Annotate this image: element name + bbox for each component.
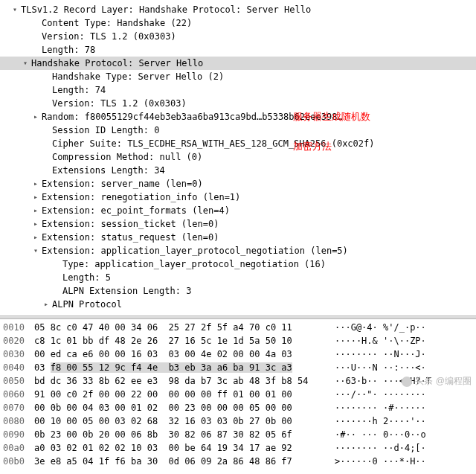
hex-row[interactable]: 00900b 23 00 0b 20 00 06 8b 30 82 06 87 … [0,428,476,441]
hex-ascii: ···/··"· ········ [330,388,426,401]
tree-label: Cipher Suite: TLS_ECDHE_RSA_WITH_AES_128… [51,137,376,150]
tree-label: Compression Method: null (0) [51,150,204,164]
hex-offset: 0050 [0,374,34,388]
tree-label: Extensions Length: 34 [51,164,167,177]
tree-label: Version: TLS 1.2 (0x0303) [40,30,178,43]
expand-toggle-icon[interactable]: ▸ [31,204,40,217]
expand-toggle-icon[interactable]: ▾ [31,244,40,257]
tree-label: ALPN Protocol [51,298,123,311]
tree-row[interactable]: Cipher Suite: TLS_ECDHE_RSA_WITH_AES_128… [0,137,476,150]
tree-label: Version: TLS 1.2 (0x0303) [51,97,188,110]
hex-bytes: 00 ed ca e6 00 00 16 03 03 00 4e 02 00 0… [34,348,330,361]
hex-bytes: 3e e8 a5 04 1f f6 ba 30 0d 06 09 2a 86 4… [34,455,330,468]
tree-row[interactable]: Extensions Length: 34 [0,164,476,177]
tree-label: Handshake Type: Server Hello (2) [51,70,225,83]
hex-bytes: c8 1c 01 bb df 48 2e 26 27 16 5c 1e 1d 5… [34,334,330,348]
tree-label: Extension: status_request (len=0) [40,231,220,244]
tree-label: Type: application_layer_protocol_negotia… [61,257,327,271]
hex-row[interactable]: 007000 0b 00 04 03 00 01 02 00 23 00 00 … [0,401,476,414]
tree-row[interactable]: Version: TLS 1.2 (0x0303) [0,30,476,43]
hex-ascii: >······0 ···*·H·· [330,455,426,468]
hex-row[interactable]: 00a0a0 03 02 01 02 02 10 03 00 be 64 19 … [0,441,476,455]
watermark-icon [402,377,412,387]
hex-offset: 0090 [0,428,34,441]
hex-offset: 0020 [0,334,34,348]
tree-label: Length: 5 [61,271,112,284]
tree-row[interactable]: ▾TLSv1.2 Record Layer: Handshake Protoco… [0,3,476,16]
tree-label: Length: 78 [40,43,97,57]
tree-row[interactable]: ▾Handshake Protocol: Server Hello [0,57,476,70]
hex-row[interactable]: 003000 ed ca e6 00 00 16 03 03 00 4e 02 … [0,348,476,361]
hex-bytes: bd dc 36 33 8b 62 ee e3 98 da b7 3c ab 4… [34,374,330,388]
hex-offset: 00b0 [0,455,34,468]
tree-label: Length: 74 [51,83,107,97]
tree-row[interactable]: ▸Extension: ec_point_formats (len=4) [0,204,476,217]
hex-bytes: 00 10 00 05 00 03 02 68 32 16 03 03 0b 2… [34,414,330,428]
tree-row[interactable]: Content Type: Handshake (22) [0,16,476,30]
tree-row[interactable]: ▸Extension: status_request (len=0) [0,231,476,244]
tree-row[interactable]: Compression Method: null (0) [0,150,476,164]
tree-label: Extension: server_name (len=0) [40,177,205,190]
watermark-text: 头条 @编程圈 [415,375,472,388]
tree-row[interactable]: Length: 78 [0,43,476,57]
hex-ascii: ········ ·#······ [330,401,426,414]
tree-label: ALPN Extension Length: 3 [61,284,193,298]
tree-label: Handshake Protocol: Server Hello [30,57,205,70]
hex-bytes: 00 0b 00 04 03 00 01 02 00 23 00 00 00 0… [34,401,330,414]
hex-row[interactable]: 008000 10 00 05 00 03 02 68 32 16 03 03 … [0,414,476,428]
tree-row[interactable]: Length: 74 [0,83,476,97]
tree-row[interactable]: ▾Extension: application_layer_protocol_n… [0,244,476,257]
tree-label: Content Type: Handshake (22) [40,16,193,30]
hex-offset: 0030 [0,348,34,361]
tree-row[interactable]: Handshake Type: Server Hello (2) [0,70,476,83]
hex-ascii: ···G@·4· %'/_·p·· [330,321,426,334]
tree-label: Extension: session_ticket (len=0) [40,217,220,231]
hex-row[interactable]: 0020c8 1c 01 bb df 48 2e 26 27 16 5c 1e … [0,334,476,348]
hex-offset: 0070 [0,401,34,414]
hex-ascii: ·····H.& '·\··ZP· [330,334,426,348]
hex-offset: 0040 [0,361,34,374]
packet-bytes-pane[interactable]: 001005 8c c0 47 40 00 34 06 25 27 2f 5f … [0,319,476,470]
tree-label: Extension: ec_point_formats (len=4) [40,204,231,217]
expand-toggle-icon[interactable]: ▾ [10,3,19,16]
hex-offset: 0080 [0,414,34,428]
hex-row[interactable]: 00b03e e8 a5 04 1f f6 ba 30 0d 06 09 2a … [0,455,476,468]
tree-row[interactable]: ALPN Extension Length: 3 [0,284,476,298]
hex-offset: 00a0 [0,441,34,455]
tree-row[interactable]: Version: TLS 1.2 (0x0303) [0,97,476,110]
hex-ascii: ·······h 2····'·· [330,414,426,428]
tree-label: TLSv1.2 Record Layer: Handshake Protocol… [19,3,312,16]
packet-details-tree[interactable]: ▾TLSv1.2 Record Layer: Handshake Protoco… [0,0,476,316]
hex-bytes: a0 03 02 01 02 02 10 03 00 be 64 19 34 1… [34,441,330,455]
tree-row[interactable]: ▸ALPN Protocol [0,298,476,311]
hex-ascii: ···U···N ··:···<· [330,361,426,374]
hex-offset: 0010 [0,321,34,334]
expand-toggle-icon[interactable]: ▸ [31,177,40,190]
expand-toggle-icon[interactable]: ▸ [42,298,51,311]
tree-row[interactable]: ▸Random: f80055129cf44eb3eb3aa6ba913ca9b… [0,110,476,124]
tree-row[interactable]: ▸Extension: renegotiation_info (len=1) [0,190,476,204]
expand-toggle-icon[interactable]: ▸ [31,110,40,124]
expand-toggle-icon[interactable]: ▸ [31,190,40,204]
hex-ascii: ········ ··d·4;[· [330,441,426,455]
hex-bytes: 91 00 c0 2f 00 00 22 00 00 00 00 ff 01 0… [34,388,330,401]
hex-offset: 0060 [0,388,34,401]
tree-label: Session ID Length: 0 [51,124,161,137]
expand-toggle-icon[interactable]: ▾ [21,57,30,70]
tree-row[interactable]: ▸Extension: server_name (len=0) [0,177,476,190]
hex-bytes: 0b 23 00 0b 20 00 06 8b 30 82 06 87 30 8… [34,428,330,441]
expand-toggle-icon[interactable]: ▸ [31,217,40,231]
expand-toggle-icon[interactable]: ▸ [31,231,40,244]
tree-row[interactable]: ▸Extension: session_ticket (len=0) [0,217,476,231]
tree-row[interactable]: Length: 5 [0,271,476,284]
tree-label: Extension: renegotiation_info (len=1) [40,190,242,204]
hex-bytes: 05 8c c0 47 40 00 34 06 25 27 2f 5f a4 7… [34,321,330,334]
hex-ascii: ·#·· ··· 0···0··o [330,428,426,441]
hex-bytes: 03 f8 00 55 12 9c f4 4e b3 eb 3a a6 ba 9… [34,361,330,374]
tree-row[interactable]: Session ID Length: 0 [0,124,476,137]
hex-row[interactable]: 006091 00 c0 2f 00 00 22 00 00 00 00 ff … [0,388,476,401]
hex-row[interactable]: 004003 f8 00 55 12 9c f4 4e b3 eb 3a a6 … [0,361,476,374]
tree-row[interactable]: Type: application_layer_protocol_negotia… [0,257,476,271]
hex-row[interactable]: 001005 8c c0 47 40 00 34 06 25 27 2f 5f … [0,321,476,334]
hex-ascii: ········ ··N···J· [330,348,426,361]
